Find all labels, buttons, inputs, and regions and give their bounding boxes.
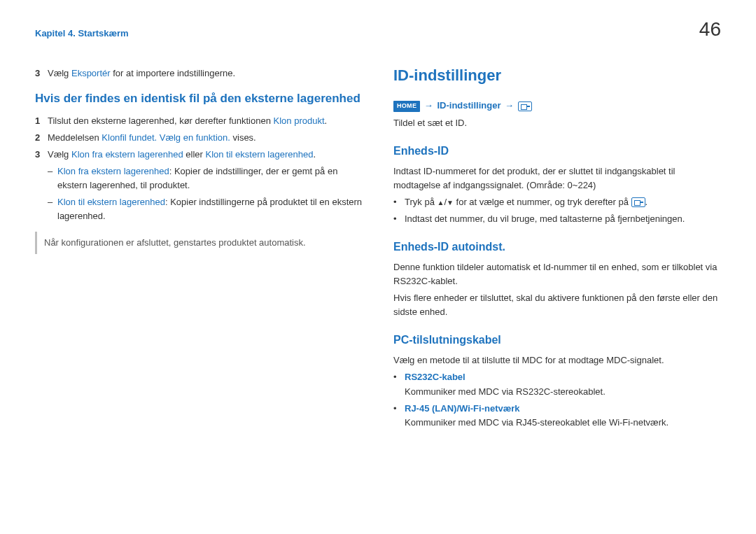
page-number: 46 — [699, 14, 721, 44]
step-3: 3 Vælg Klon fra ekstern lagerenhed eller… — [35, 148, 363, 162]
bullet-icon: • — [393, 402, 405, 430]
step-number: 1 — [35, 114, 48, 128]
sub-klon-fra: – Klon fra ekstern lagerenhed: Kopier de… — [48, 164, 363, 192]
text: eller — [183, 149, 206, 160]
bullet-body: RJ-45 (LAN)/Wi-Fi-netværk Kommuniker med… — [405, 402, 721, 430]
text: for at importere indstillingerne. — [111, 68, 235, 78]
dash-icon: – — [48, 195, 57, 223]
heading-id-indstillinger: ID-indstillinger — [393, 64, 721, 87]
link-klon-produkt: Klon produkt — [274, 115, 325, 126]
option-desc: Kommuniker med MDC via RJ45-stereokablet… — [405, 417, 668, 428]
bullet-body: Tryk på ▲/▼ for at vælge et nummer, og t… — [405, 195, 721, 209]
sub-klon-til: – Klon til ekstern lagerenhed: Kopier in… — [48, 195, 363, 223]
link-klon-til-ekstern: Klon til ekstern lagerenhed — [57, 197, 165, 207]
paragraph: Hvis flere enheder er tilsluttet, skal d… — [393, 291, 721, 319]
step-3-export: 3 Vælg Eksportér for at importere indsti… — [35, 66, 363, 80]
dash-icon: – — [48, 164, 57, 192]
bullet-icon: • — [393, 212, 405, 226]
bullet-number-keys: • Indtast det nummer, du vil bruge, med … — [393, 212, 721, 226]
step-number: 3 — [35, 66, 48, 80]
option-rj45-wifi: RJ-45 (LAN)/Wi-Fi-netværk — [405, 403, 520, 414]
text: . — [313, 149, 316, 160]
bullet-body: Indtast det nummer, du vil bruge, med ta… — [405, 212, 721, 226]
down-arrow-icon: ▼ — [447, 199, 454, 206]
step-number: 3 — [35, 148, 48, 162]
bullet-icon: • — [393, 370, 405, 398]
note-autorestart: Når konfigurationen er afsluttet, gensta… — [35, 232, 363, 254]
link-klon-fra-ekstern: Klon fra ekstern lagerenhed — [57, 166, 169, 176]
arrow-icon: → — [503, 100, 515, 111]
heading-pc-kabel: PC-tilslutningskabel — [393, 332, 721, 349]
step-body: Vælg Klon fra ekstern lagerenhed eller K… — [48, 148, 363, 162]
subheading-identical-file: Hvis der findes en identisk fil på den e… — [35, 90, 363, 108]
text: vises. — [230, 132, 256, 143]
bullet-body: RS232C-kabel Kommuniker med MDC via RS23… — [405, 370, 721, 398]
step-number: 2 — [35, 131, 48, 145]
option-rs232c: RS232C-kabel — [405, 372, 465, 382]
option-desc: Kommuniker med MDC via RS232C-stereokabl… — [405, 386, 606, 397]
page-header: Kapitel 4. Startskærm 46 — [35, 14, 721, 44]
heading-enheds-id: Enheds-ID — [393, 143, 721, 160]
up-arrow-icon: ▲ — [437, 199, 444, 206]
sub-body: Klon fra ekstern lagerenhed: Kopier de i… — [57, 164, 363, 192]
select-remote-icon — [518, 101, 532, 111]
home-chip-icon: HOME — [393, 101, 420, 112]
link-klonfil-fundet: Klonfil fundet. Vælg en funktion. — [102, 132, 230, 143]
content-columns: 3 Vælg Eksportér for at importere indsti… — [35, 64, 721, 433]
arrow-icon: → — [423, 100, 435, 111]
sub-body: Klon til ekstern lagerenhed: Kopier inds… — [57, 195, 363, 223]
text: for at vælge et nummer, og tryk derefter… — [454, 197, 631, 207]
text: Meddelelsen — [48, 132, 102, 143]
note-text: Når konfigurationen er afsluttet, gensta… — [44, 237, 306, 248]
text: . — [325, 115, 328, 126]
text: Vælg — [48, 68, 71, 78]
link-klon-fra: Klon fra ekstern lagerenhed — [71, 149, 183, 160]
step-1: 1 Tilslut den eksterne lagerenhed, kør d… — [35, 114, 363, 128]
link-eksporter: Eksportér — [71, 68, 111, 78]
step-2: 2 Meddelelsen Klonfil fundet. Vælg en fu… — [35, 131, 363, 145]
paragraph: Vælg en metode til at tilslutte til MDC … — [393, 353, 721, 367]
step-body: Meddelelsen Klonfil fundet. Vælg en funk… — [48, 131, 363, 145]
link-klon-til: Klon til ekstern lagerenhed — [205, 149, 313, 160]
text: Vælg — [48, 149, 71, 160]
right-column: ID-indstillinger HOME → ID-indstillinger… — [393, 64, 721, 433]
paragraph: Indtast ID-nummeret for det produkt, der… — [393, 164, 721, 192]
paragraph: Denne funktion tildeler automatisk et Id… — [393, 260, 721, 288]
breadcrumb: HOME → ID-indstillinger → — [393, 99, 721, 113]
chapter-label: Kapitel 4. Startskærm — [35, 14, 129, 41]
step-body: Tilslut den eksterne lagerenhed, kør der… — [48, 114, 363, 128]
text: Tilslut den eksterne lagerenhed, kør der… — [48, 115, 274, 126]
bullet-arrows: • Tryk på ▲/▼ for at vælge et nummer, og… — [393, 195, 721, 209]
crumb-description: Tildel et sæt et ID. — [393, 116, 721, 130]
bullet-icon: • — [393, 195, 405, 209]
select-remote-icon — [631, 197, 645, 207]
step-body: Vælg Eksportér for at importere indstill… — [48, 66, 363, 80]
heading-enheds-id-auto: Enheds-ID autoindst. — [393, 239, 721, 256]
crumb-id-indstillinger: ID-indstillinger — [437, 100, 500, 111]
text: . — [645, 197, 648, 207]
bullet-rj45: • RJ-45 (LAN)/Wi-Fi-netværk Kommuniker m… — [393, 402, 721, 430]
left-column: 3 Vælg Eksportér for at importere indsti… — [35, 64, 363, 433]
text: Tryk på — [405, 197, 437, 207]
bullet-rs232c: • RS232C-kabel Kommuniker med MDC via RS… — [393, 370, 721, 398]
